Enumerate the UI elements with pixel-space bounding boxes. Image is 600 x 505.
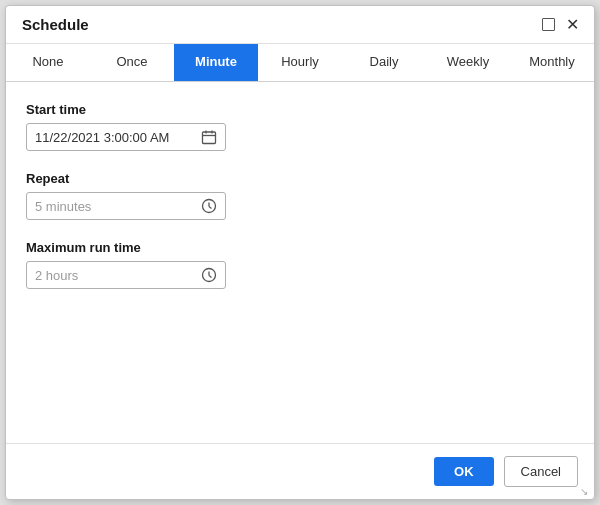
tab-monthly[interactable]: Monthly <box>510 44 594 81</box>
tab-once[interactable]: Once <box>90 44 174 81</box>
calendar-button[interactable] <box>201 129 217 145</box>
start-time-input[interactable] <box>35 130 201 145</box>
clock-icon-2 <box>201 267 217 283</box>
repeat-input[interactable] <box>35 199 201 214</box>
start-time-label: Start time <box>26 102 574 117</box>
repeat-clock-button[interactable] <box>201 198 217 214</box>
dialog-footer: OK Cancel <box>6 443 594 499</box>
tab-hourly[interactable]: Hourly <box>258 44 342 81</box>
schedule-dialog: Schedule ✕ None Once Minute Hourly Daily… <box>5 5 595 500</box>
repeat-label: Repeat <box>26 171 574 186</box>
max-run-time-input[interactable] <box>35 268 201 283</box>
ok-button[interactable]: OK <box>434 457 494 486</box>
svg-line-6 <box>209 207 212 209</box>
close-icon[interactable]: ✕ <box>564 17 580 33</box>
max-run-time-input-wrapper[interactable] <box>26 261 226 289</box>
title-bar-icons: ✕ <box>540 17 580 33</box>
tab-none[interactable]: None <box>6 44 90 81</box>
start-time-input-wrapper[interactable] <box>26 123 226 151</box>
repeat-input-wrapper[interactable] <box>26 192 226 220</box>
repeat-group: Repeat <box>26 171 574 220</box>
calendar-icon <box>201 129 217 145</box>
max-run-time-label: Maximum run time <box>26 240 574 255</box>
resize-handle[interactable]: ↘ <box>580 487 590 497</box>
dialog-body: Start time Repeat <box>6 82 594 443</box>
cancel-button[interactable]: Cancel <box>504 456 578 487</box>
svg-line-9 <box>209 276 212 278</box>
clock-icon <box>201 198 217 214</box>
max-run-time-clock-button[interactable] <box>201 267 217 283</box>
tab-daily[interactable]: Daily <box>342 44 426 81</box>
title-bar: Schedule ✕ <box>6 6 594 44</box>
maximize-icon[interactable] <box>540 17 556 33</box>
tab-weekly[interactable]: Weekly <box>426 44 510 81</box>
svg-rect-0 <box>203 132 216 144</box>
dialog-title: Schedule <box>22 16 89 33</box>
tab-minute[interactable]: Minute <box>174 44 258 81</box>
tabs-bar: None Once Minute Hourly Daily Weekly Mon… <box>6 44 594 82</box>
max-run-time-group: Maximum run time <box>26 240 574 289</box>
start-time-group: Start time <box>26 102 574 151</box>
